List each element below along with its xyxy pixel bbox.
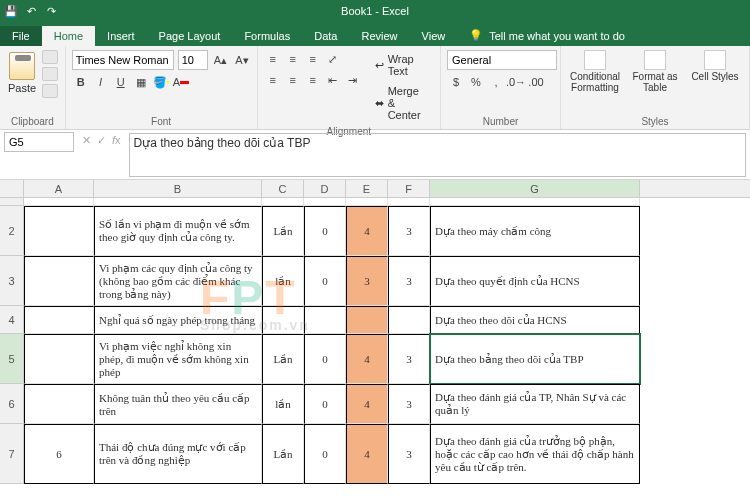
cell[interactable]: Dựa theo đánh giá của trưởng bộ phận, ho…	[430, 424, 640, 484]
cell[interactable]: Thái độ chưa đúng mực với cấp trên và đồ…	[94, 424, 262, 484]
row-header[interactable]: 6	[0, 384, 23, 424]
cell[interactable]: 3	[388, 206, 430, 256]
cell[interactable]: Lần	[262, 206, 304, 256]
italic-button[interactable]: I	[92, 73, 110, 91]
tab-formulas[interactable]: Formulas	[232, 26, 302, 46]
cell[interactable]: 0	[304, 384, 346, 424]
increase-decimal-icon[interactable]: .0→	[507, 73, 525, 91]
cell[interactable]: lần	[262, 384, 304, 424]
decrease-decimal-icon[interactable]: .00	[527, 73, 545, 91]
cell-styles-button[interactable]: Cell Styles	[687, 50, 743, 93]
border-button[interactable]: ▦	[132, 73, 150, 91]
currency-icon[interactable]: $	[447, 73, 465, 91]
col-header-C[interactable]: C	[262, 180, 304, 197]
col-header-F[interactable]: F	[388, 180, 430, 197]
cell[interactable]: Dựa theo đánh giá của TP, Nhân Sự và các…	[430, 384, 640, 424]
number-format-select[interactable]	[447, 50, 557, 70]
formula-input[interactable]: Dựa theo bảng theo dõi của TBP	[129, 133, 746, 177]
paste-button[interactable]: Paste	[6, 50, 38, 98]
worksheet[interactable]: A B C D E F G 234567 Số lần vi phạm đi m…	[0, 180, 750, 500]
cell[interactable]	[24, 206, 94, 256]
cell[interactable]: 0	[304, 334, 346, 384]
cell[interactable]: 3	[388, 256, 430, 306]
cell[interactable]: 6	[24, 424, 94, 484]
increase-indent-icon[interactable]: ⇥	[344, 71, 362, 89]
row-header[interactable]: 3	[0, 256, 23, 306]
align-left-icon[interactable]: ≡	[264, 71, 282, 89]
cell[interactable]: 3	[346, 256, 388, 306]
tab-home[interactable]: Home	[42, 26, 95, 46]
redo-icon[interactable]: ↷	[44, 4, 58, 18]
tab-insert[interactable]: Insert	[95, 26, 147, 46]
row-header[interactable]: 7	[0, 424, 23, 484]
cut-icon[interactable]	[42, 50, 58, 64]
col-header-G[interactable]: G	[430, 180, 640, 197]
cell-grid[interactable]: Số lần vi phạm đi muộn về sớm theo giờ q…	[24, 198, 750, 484]
cell[interactable]: 4	[346, 384, 388, 424]
cell[interactable]: Vi phạm các quy định của công ty (không …	[94, 256, 262, 306]
cell[interactable]: Số lần vi phạm đi muộn về sớm theo giờ q…	[94, 206, 262, 256]
col-header-A[interactable]: A	[24, 180, 94, 197]
cell[interactable]: lần	[262, 256, 304, 306]
tab-view[interactable]: View	[410, 26, 458, 46]
cell[interactable]	[24, 384, 94, 424]
decrease-indent-icon[interactable]: ⇤	[324, 71, 342, 89]
row-header[interactable]: 5	[0, 334, 23, 384]
cell[interactable]	[24, 256, 94, 306]
cell[interactable]	[262, 306, 304, 334]
col-header-B[interactable]: B	[94, 180, 262, 197]
cell[interactable]: 0	[304, 256, 346, 306]
cell[interactable]	[24, 334, 94, 384]
tell-me[interactable]: 💡 Tell me what you want to do	[457, 25, 637, 46]
cell[interactable]	[346, 306, 388, 334]
font-color-button[interactable]: A	[172, 73, 190, 91]
merge-center-button[interactable]: ⬌Merge & Center	[368, 82, 434, 124]
tab-page-layout[interactable]: Page Layout	[147, 26, 233, 46]
copy-icon[interactable]	[42, 67, 58, 81]
cell[interactable]: Không tuân thủ theo yêu cầu cấp trên	[94, 384, 262, 424]
cell[interactable]: 3	[388, 384, 430, 424]
save-icon[interactable]: 💾	[4, 4, 18, 18]
cell[interactable]: Lần	[262, 424, 304, 484]
cell[interactable]: Lần	[262, 334, 304, 384]
col-header-D[interactable]: D	[304, 180, 346, 197]
enter-formula-icon[interactable]: ✓	[97, 134, 106, 147]
comma-icon[interactable]: ,	[487, 73, 505, 91]
align-bottom-icon[interactable]: ≡	[304, 50, 322, 68]
cell[interactable]: Vi phạm việc nghỉ không xin phép, đi muộ…	[94, 334, 262, 384]
format-painter-icon[interactable]	[42, 84, 58, 98]
decrease-font-icon[interactable]: A▾	[233, 51, 251, 69]
cell[interactable]: 0	[304, 424, 346, 484]
cell[interactable]: Dựa theo máy chấm công	[430, 206, 640, 256]
cell[interactable]	[388, 306, 430, 334]
cell[interactable]: 3	[388, 424, 430, 484]
undo-icon[interactable]: ↶	[24, 4, 38, 18]
align-middle-icon[interactable]: ≡	[284, 50, 302, 68]
cell[interactable]: 4	[346, 334, 388, 384]
cell[interactable]: 4	[346, 206, 388, 256]
select-all-corner[interactable]	[0, 180, 24, 197]
align-top-icon[interactable]: ≡	[264, 50, 282, 68]
align-right-icon[interactable]: ≡	[304, 71, 322, 89]
cell[interactable]: Dựa theo theo dõi của HCNS	[430, 306, 640, 334]
font-size-select[interactable]	[178, 50, 208, 70]
cell[interactable]: Dựa theo bảng theo dõi của TBP	[430, 334, 640, 384]
tab-data[interactable]: Data	[302, 26, 349, 46]
underline-button[interactable]: U	[112, 73, 130, 91]
wrap-text-button[interactable]: ↩Wrap Text	[368, 50, 434, 80]
conditional-formatting-button[interactable]: Conditional Formatting	[567, 50, 623, 93]
tab-file[interactable]: File	[0, 26, 42, 46]
cell[interactable]: Dựa theo quyết định của HCNS	[430, 256, 640, 306]
increase-font-icon[interactable]: A▴	[212, 51, 230, 69]
cell[interactable]	[304, 306, 346, 334]
percent-icon[interactable]: %	[467, 73, 485, 91]
cancel-formula-icon[interactable]: ✕	[82, 134, 91, 147]
bold-button[interactable]: B	[72, 73, 90, 91]
font-name-select[interactable]	[72, 50, 174, 70]
cell[interactable]: 4	[346, 424, 388, 484]
fx-icon[interactable]: fx	[112, 134, 121, 147]
cell[interactable]: 0	[304, 206, 346, 256]
format-as-table-button[interactable]: Format as Table	[627, 50, 683, 93]
cell[interactable]: 3	[388, 334, 430, 384]
name-box[interactable]	[4, 132, 74, 152]
